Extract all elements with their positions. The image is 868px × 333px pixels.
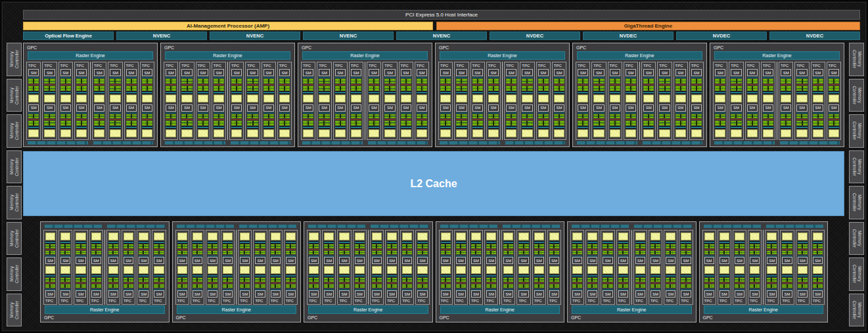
sm-core-grid — [142, 114, 152, 119]
sm-block: SM — [123, 265, 134, 298]
sm-label-box: SM — [142, 104, 152, 112]
sm-core-grid — [767, 244, 777, 248]
sm-core-grid — [44, 121, 55, 125]
sm-l1-cache-bar — [681, 233, 691, 240]
sm-scheduler-line — [279, 112, 290, 114]
sm-separator-line — [798, 249, 808, 250]
sm-core-grid — [44, 114, 55, 119]
sm-separator-line — [319, 84, 329, 85]
sm-tensor-line — [731, 91, 741, 94]
sm-tensor-line — [593, 126, 604, 129]
sm-label-box: SM — [603, 290, 612, 298]
sm-block: SM — [602, 232, 613, 264]
tpc-label: TPC — [263, 63, 275, 68]
sm-core-grid — [731, 79, 741, 83]
sm-label: SM — [580, 71, 586, 75]
sm-label: SM — [374, 259, 380, 263]
sm-label: SM — [831, 106, 836, 110]
sm-label: SM — [311, 259, 317, 263]
sm-tensor-line — [44, 91, 55, 94]
sm-l1-cache-bar — [796, 95, 807, 102]
sm-label-box: SM — [578, 69, 588, 76]
sm-core-grid — [626, 121, 636, 125]
sm-l1-cache-bar — [782, 233, 792, 240]
sm-label: SM — [281, 71, 287, 75]
sm-scheduler-line — [335, 77, 346, 78]
sm-core-grid — [208, 244, 217, 248]
sm-label-box: SM — [813, 257, 823, 264]
sm-separator-line — [456, 119, 467, 120]
sm-label: SM — [706, 292, 712, 296]
tpc-group-divider — [502, 62, 503, 140]
sm-label: SM — [371, 106, 377, 110]
sm-tensor-line — [263, 91, 274, 94]
sm-block: SM — [308, 265, 319, 298]
sm-label: SM — [258, 292, 263, 296]
sm-separator-line — [198, 119, 208, 120]
sm-block: SM — [91, 232, 102, 264]
sm-l1-cache-bar — [587, 266, 597, 274]
sm-core-grid — [154, 244, 164, 248]
tpc-label: TPC — [635, 298, 646, 303]
tpc-block: TPCSMSM — [702, 230, 716, 305]
sm-core-grid — [503, 251, 513, 255]
sm-scheduler-line — [166, 112, 176, 114]
sm-separator-line — [417, 282, 427, 284]
sm-core-grid — [369, 79, 379, 83]
sm-tensor-line — [193, 275, 202, 277]
sm-label: SM — [311, 292, 317, 296]
sm-block: SM — [371, 232, 382, 264]
sm-label-box: SM — [572, 257, 582, 264]
sm-label-box: SM — [76, 257, 85, 264]
tpc-group-divider — [227, 62, 228, 140]
sm-label-box: SM — [691, 104, 702, 112]
sm-l1-cache-bar — [798, 233, 808, 240]
sm-label: SM — [536, 259, 542, 263]
sm-scheduler-line — [472, 112, 483, 114]
sm-separator-line — [471, 249, 481, 250]
sm-core-grid — [503, 244, 513, 248]
sm-separator-line — [154, 249, 164, 250]
sm-separator-line — [782, 249, 792, 250]
sm-l1-cache-bar — [369, 95, 379, 102]
sm-tensor-line — [603, 275, 612, 277]
tpc-block: TPCSMSM — [370, 230, 384, 305]
sm-core-grid — [255, 244, 265, 248]
sm-tensor-line — [472, 91, 483, 94]
sm-separator-line — [108, 249, 118, 250]
sm-tensor-line — [486, 241, 496, 244]
sm-core-grid — [319, 121, 329, 125]
tpc-row: TPCSMSMTPCSMSMTPCSMSMTPCSMSMTPCSMSMTPCSM… — [713, 62, 841, 140]
sm-core-grid — [549, 244, 559, 248]
sm-l1-cache-bar — [578, 129, 588, 137]
sm-block: SM — [553, 69, 565, 103]
sm-tensor-line — [247, 91, 258, 94]
sm-core-grid — [782, 244, 792, 248]
sm-core-grid — [335, 114, 346, 119]
sm-label-box: SM — [240, 290, 250, 298]
sm-label-box: SM — [643, 104, 654, 112]
gpu-die-diagram: PCI Express 5.0 Host Interface AI-Manage… — [0, 0, 868, 333]
sm-core-grid — [60, 86, 71, 91]
sm-label-box: SM — [108, 290, 118, 298]
sm-separator-line — [166, 119, 176, 120]
sm-separator-line — [681, 249, 691, 250]
sm-core-grid — [401, 121, 411, 125]
sm-label: SM — [718, 71, 723, 75]
sm-core-grid — [28, 114, 39, 119]
management-row: AI-Management Processor (AMP) GigaThread… — [23, 22, 860, 30]
sm-core-grid — [813, 121, 823, 125]
sm-separator-line — [626, 84, 636, 85]
sm-separator-line — [279, 84, 290, 85]
tpc-block: TPCSMSM — [400, 230, 414, 305]
sm-label: SM — [250, 106, 256, 110]
sm-block: SM — [675, 104, 687, 139]
sm-core-grid — [271, 284, 281, 288]
tpc-row: TPCSMSMTPCSMSMTPCSMSMTPCSMSMTPCSMSMTPCSM… — [702, 230, 825, 305]
sm-label-box: SM — [181, 104, 192, 112]
sm-label-box: SM — [110, 69, 120, 76]
nvdec-box-label: NVDEC — [526, 33, 543, 39]
sm-tensor-line — [108, 241, 118, 244]
sm-label-box: SM — [355, 290, 365, 298]
nvenc-box-label: NVENC — [340, 33, 357, 39]
